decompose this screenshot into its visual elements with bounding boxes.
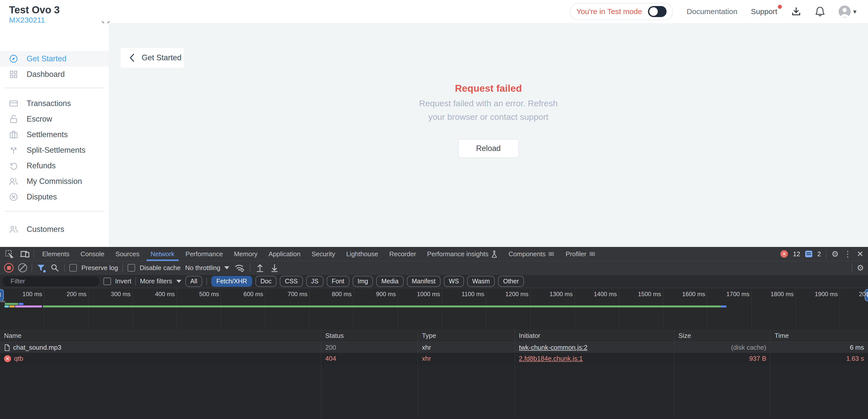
network-request-row[interactable]: ✕qtb404xhr2.fd8b184e.chunk.js:1937 B1.63… xyxy=(0,353,868,364)
sidebar-item-split-settlements[interactable]: Split-Settlements xyxy=(0,143,109,158)
cell-status: 404 xyxy=(321,353,418,364)
column-header-type[interactable]: Type xyxy=(418,330,515,342)
sidebar-item-get-started[interactable]: Get Started xyxy=(0,51,109,66)
initiator-link[interactable]: 2.fd8b184e.chunk.js:1 xyxy=(519,355,583,362)
caret-down-icon xyxy=(224,266,229,269)
filter-pill-js[interactable]: JS xyxy=(306,276,323,287)
filter-pill-fetchxhr[interactable]: Fetch/XHR xyxy=(211,276,252,287)
invert-checkbox[interactable] xyxy=(103,277,111,285)
sidebar-item-transactions[interactable]: Transactions xyxy=(0,96,109,111)
network-overview-timeline[interactable]: 100 ms200 ms300 ms400 ms500 ms600 ms700 … xyxy=(0,288,868,330)
users-icon xyxy=(9,225,18,234)
tab-label: Performance insights xyxy=(427,250,489,258)
devtools-tabbar: ElementsConsoleSourcesNetworkPerformance… xyxy=(0,247,868,261)
devtools-tab-performance-insights[interactable]: Performance insights xyxy=(422,247,503,261)
kebab-menu-icon[interactable]: ⋮ xyxy=(844,250,852,258)
error-title: Request failed xyxy=(109,83,868,94)
timeline-tick-label: 700 ms xyxy=(287,291,309,298)
message-count-icon[interactable] xyxy=(805,251,812,257)
main-content: Get Started Request failed Request faile… xyxy=(109,23,868,247)
inspect-element-icon[interactable] xyxy=(2,248,16,260)
devtools-tab-security[interactable]: Security xyxy=(306,247,341,261)
test-mode-toggle[interactable] xyxy=(648,6,666,17)
export-har-icon[interactable] xyxy=(270,262,280,273)
error-count-icon[interactable]: ✕ xyxy=(780,250,788,258)
devtools-tab-application[interactable]: Application xyxy=(263,247,306,261)
sidebar-item-label: Disputes xyxy=(27,192,57,202)
network-conditions-icon[interactable] xyxy=(234,262,245,273)
column-header-size[interactable]: Size xyxy=(674,330,771,342)
download-icon[interactable] xyxy=(791,6,801,17)
close-devtools-icon[interactable]: ✕ xyxy=(857,250,864,258)
filter-pill-font[interactable]: Font xyxy=(327,276,349,287)
devtools-corner-tools xyxy=(0,247,37,261)
devtools-tab-recorder[interactable]: Recorder xyxy=(384,247,422,261)
preserve-log-checkbox[interactable] xyxy=(69,264,77,272)
waterfall-bar xyxy=(43,305,720,307)
sidebar-item-settlements[interactable]: Settlements xyxy=(0,127,109,143)
message-count[interactable]: 2 xyxy=(817,250,821,258)
xcircle-icon xyxy=(9,192,18,202)
more-filters-button[interactable]: More filters xyxy=(140,277,181,285)
filter-pill-img[interactable]: Img xyxy=(352,276,373,287)
filter-pill-wasm[interactable]: Wasm xyxy=(467,276,495,287)
devtools-tab-network[interactable]: Network xyxy=(145,247,180,261)
filter-pill-ws[interactable]: WS xyxy=(444,276,464,287)
sidebar-item-disputes[interactable]: Disputes xyxy=(0,189,109,205)
import-har-icon[interactable] xyxy=(255,262,265,273)
invert-label: Invert xyxy=(115,277,131,285)
devtools-tab-lighthouse[interactable]: Lighthouse xyxy=(341,247,383,261)
timeline-tick-label: 1500 ms xyxy=(638,291,663,298)
sidebar-item-customers[interactable]: Customers xyxy=(0,221,109,237)
cell-name: chat_sound.mp3 xyxy=(0,342,321,353)
filter-pill-css[interactable]: CSS xyxy=(280,276,303,287)
filter-input[interactable] xyxy=(10,277,95,286)
filter-pill-media[interactable]: Media xyxy=(376,276,403,287)
search-icon[interactable] xyxy=(50,262,60,273)
record-network-log-icon[interactable] xyxy=(4,263,13,273)
account-menu[interactable]: ▾ xyxy=(839,5,857,18)
back-button[interactable]: Get Started xyxy=(121,48,184,68)
filter-toggle-icon[interactable] xyxy=(37,264,45,272)
devtools-tab-console[interactable]: Console xyxy=(75,247,110,261)
clear-network-log-icon[interactable] xyxy=(18,263,27,272)
filter-pill-manifest[interactable]: Manifest xyxy=(407,276,440,287)
sidebar-item-my-commission[interactable]: My Commission xyxy=(0,174,109,189)
filter-pill-doc[interactable]: Doc xyxy=(255,276,277,287)
reload-button[interactable]: Reload xyxy=(458,139,519,158)
column-header-name[interactable]: Name xyxy=(0,330,321,342)
network-settings-gear-icon[interactable]: ⚙ xyxy=(857,264,864,272)
column-header-status[interactable]: Status xyxy=(321,330,418,342)
cell-status: 200 xyxy=(321,342,418,353)
grid-icon xyxy=(9,70,18,79)
devtools-tab-memory[interactable]: Memory xyxy=(228,247,263,261)
sidebar-item-escrow[interactable]: Escrow xyxy=(0,111,109,127)
filter-pill-other[interactable]: Other xyxy=(498,276,524,287)
timeline-tick-label: 100 ms xyxy=(22,291,44,298)
support-link[interactable]: Support xyxy=(751,7,777,16)
bell-icon[interactable] xyxy=(815,6,825,17)
sidebar-item-refunds[interactable]: Refunds xyxy=(0,158,109,174)
network-request-row[interactable]: chat_sound.mp3200xhrtwk-chunk-common.js:… xyxy=(0,342,868,353)
timeline-tick-label: 1400 ms xyxy=(594,291,619,298)
sidebar-item-dashboard[interactable]: Dashboard xyxy=(0,66,109,82)
pill-divider xyxy=(207,277,207,285)
throttling-select[interactable]: No throttling xyxy=(185,264,229,272)
device-toolbar-icon[interactable] xyxy=(18,248,32,260)
devtools-tab-sources[interactable]: Sources xyxy=(110,247,145,261)
initiator-link[interactable]: twk-chunk-common.js:2 xyxy=(519,343,587,352)
documentation-link[interactable]: Documentation xyxy=(687,7,737,16)
devtools-tab-components[interactable]: Components xyxy=(503,247,560,261)
error-count[interactable]: 12 xyxy=(793,250,800,258)
overview-left-handle[interactable] xyxy=(0,289,4,301)
disable-cache-checkbox[interactable] xyxy=(128,264,135,272)
devtools-tab-elements[interactable]: Elements xyxy=(37,247,75,261)
timeline-tick-label: 1300 ms xyxy=(550,291,575,298)
devtools-tab-performance[interactable]: Performance xyxy=(180,247,228,261)
settings-gear-icon[interactable]: ⚙ xyxy=(832,250,839,258)
devtools-tab-profiler[interactable]: Profiler xyxy=(560,247,601,261)
filter-pill-all[interactable]: All xyxy=(185,276,203,287)
column-header-initiator[interactable]: Initiator xyxy=(515,330,674,342)
timeline-tick-label: 1800 ms xyxy=(771,291,796,298)
column-header-time[interactable]: Time xyxy=(771,330,868,342)
